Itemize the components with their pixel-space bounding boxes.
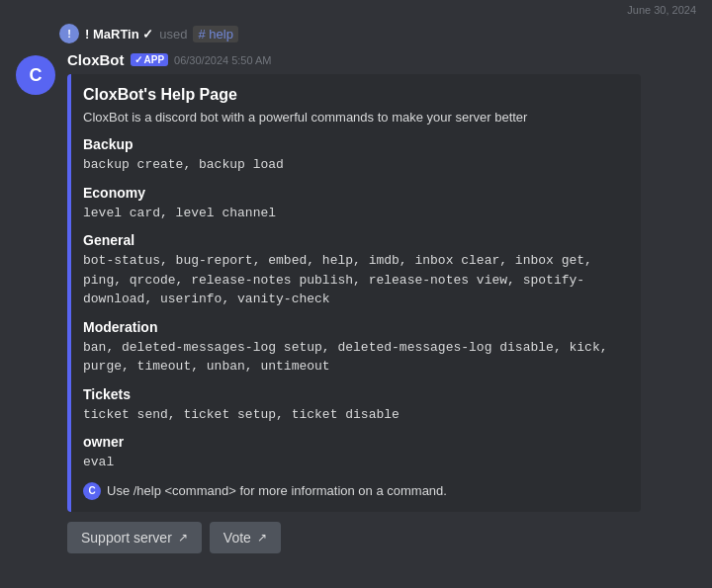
footer-icon: C	[83, 482, 101, 500]
support-server-label: Support server	[81, 530, 172, 546]
trigger-username: ! MaRTin ✓	[85, 27, 153, 42]
section-title-moderation: Moderation	[83, 319, 625, 335]
app-badge: ✓ APP	[131, 53, 169, 66]
top-bar: June 30, 2024	[0, 0, 712, 16]
embed-title: CloxBot's Help Page	[83, 86, 625, 104]
trigger-avatar: !	[59, 24, 79, 43]
section-commands-general: bot-status, bug-report, embed, help, imd…	[83, 251, 625, 309]
external-link-icon-vote: ↗	[257, 531, 267, 545]
section-owner: owner eval	[83, 434, 625, 472]
section-title-economy: Economy	[83, 185, 625, 201]
vote-label: Vote	[223, 530, 251, 546]
section-general: General bot-status, bug-report, embed, h…	[83, 232, 625, 309]
section-moderation: Moderation ban, deleted-messages-log set…	[83, 319, 625, 377]
section-tickets: Tickets ticket send, ticket setup, ticke…	[83, 386, 625, 425]
trigger-row: ! ! MaRTin ✓ used # help	[0, 16, 712, 43]
top-date: June 30, 2024	[627, 4, 696, 16]
section-title-tickets: Tickets	[83, 386, 625, 402]
section-title-backup: Backup	[83, 136, 625, 152]
vote-button[interactable]: Vote ↗	[210, 522, 281, 553]
bot-header-row: CloxBot ✓ APP 06/30/2024 5:50 AM	[67, 51, 696, 68]
section-title-owner: owner	[83, 434, 625, 450]
section-title-general: General	[83, 232, 625, 248]
section-backup: Backup backup create, backup load	[83, 136, 625, 175]
support-server-button[interactable]: Support server ↗	[67, 522, 202, 553]
section-economy: Economy level card, level channel	[83, 185, 625, 223]
checkmark-icon: ✓	[134, 54, 142, 65]
section-commands-moderation: ban, deleted-messages-log setup, deleted…	[83, 338, 625, 377]
bot-avatar: C	[16, 55, 55, 95]
external-link-icon-support: ↗	[178, 531, 188, 545]
trigger-used-text: used	[159, 27, 187, 42]
bot-name: CloxBot	[67, 51, 125, 68]
embed-description: CloxBot is a discord bot with a powerful…	[83, 110, 625, 125]
message-timestamp: 06/30/2024 5:50 AM	[174, 54, 271, 66]
message-body: CloxBot ✓ APP 06/30/2024 5:50 AM CloxBot…	[67, 51, 696, 553]
buttons-row: Support server ↗ Vote ↗	[67, 522, 696, 553]
help-embed: CloxBot's Help Page CloxBot is a discord…	[67, 74, 641, 512]
footer-text: Use /help <command> for more information…	[107, 483, 447, 498]
trigger-command: # help	[193, 26, 237, 42]
section-commands-economy: level card, level channel	[83, 204, 625, 223]
section-commands-backup: backup create, backup load	[83, 155, 625, 175]
embed-footer: C Use /help <command> for more informati…	[83, 482, 625, 500]
section-commands-owner: eval	[83, 453, 625, 472]
section-commands-tickets: ticket send, ticket setup, ticket disabl…	[83, 405, 625, 425]
bot-message: C CloxBot ✓ APP 06/30/2024 5:50 AM CloxB…	[0, 43, 712, 561]
